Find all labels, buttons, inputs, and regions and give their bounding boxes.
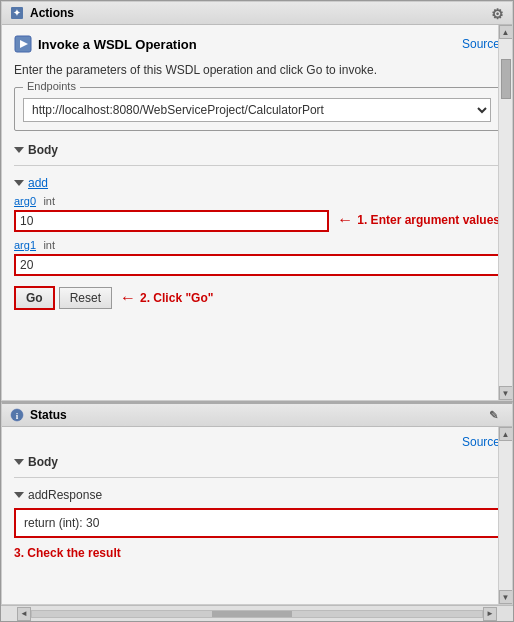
status-scroll-up-btn[interactable]: ▲ <box>499 427 513 441</box>
add-response-header: addResponse <box>14 488 500 502</box>
endpoint-select[interactable]: http://localhost:8080/WebServiceProject/… <box>23 98 491 122</box>
add-link[interactable]: add <box>28 176 48 190</box>
return-value-text: return (int): 30 <box>24 516 99 530</box>
body-divider <box>14 165 500 166</box>
buttons-row: Go Reset ← 2. Click "Go" <box>14 286 500 310</box>
svg-text:✦: ✦ <box>13 8 21 18</box>
body-label: Body <box>28 143 58 157</box>
status-info-icon: i <box>10 408 24 422</box>
gear-icon[interactable]: ⚙ <box>491 6 504 22</box>
status-body-header: Body <box>14 455 500 469</box>
status-panel-title: Status <box>30 408 67 422</box>
arg0-input[interactable]: 10 <box>14 210 329 232</box>
arg0-group: arg0 int 10 ← 1. Enter argument values <box>14 194 500 232</box>
status-scrollbar[interactable]: ▲ ▼ <box>498 427 512 604</box>
status-body-divider <box>14 477 500 478</box>
scroll-track <box>500 39 512 386</box>
arrow1-icon: ← <box>337 211 353 229</box>
invoke-title-text: Invoke a WSDL Operation <box>38 37 197 52</box>
status-scroll-down-btn[interactable]: ▼ <box>499 590 513 604</box>
arg0-type: int <box>43 195 55 207</box>
arrow2-icon: ← <box>120 289 136 307</box>
arg0-link[interactable]: arg0 <box>14 195 36 207</box>
add-response-box: return (int): 30 <box>14 508 500 538</box>
horizontal-scrollbar[interactable]: ◄ ► <box>1 605 513 621</box>
arg1-group: arg1 int 20 <box>14 238 500 276</box>
description-text: Enter the parameters of this WSDL operat… <box>14 63 500 77</box>
reset-button[interactable]: Reset <box>59 287 112 309</box>
scroll-down-btn[interactable]: ▼ <box>499 386 513 400</box>
status-body-collapse-icon[interactable] <box>14 459 24 465</box>
annotation3-text: 3. Check the result <box>14 546 121 560</box>
add-response-collapse-icon[interactable] <box>14 492 24 498</box>
annotation1-text: 1. Enter argument values <box>357 213 500 227</box>
status-source-link[interactable]: Source <box>462 435 500 449</box>
actions-panel-header: ✦ Actions ⚙ <box>2 2 512 25</box>
add-response-label: addResponse <box>28 488 102 502</box>
status-panel-header: i Status ✎ <box>2 404 512 427</box>
arg1-type: int <box>43 239 55 251</box>
invoke-title-row: Invoke a WSDL Operation Source <box>14 35 500 53</box>
actions-scrollbar[interactable]: ▲ ▼ <box>498 25 512 400</box>
endpoints-group: Endpoints http://localhost:8080/WebServi… <box>14 87 500 131</box>
scroll-left-btn[interactable]: ◄ <box>17 607 31 621</box>
actions-panel: ✦ Actions ⚙ Invoke a WSDL Operation Sour… <box>1 1 513 401</box>
arg1-label-row: arg1 int <box>14 238 500 252</box>
scroll-thumb[interactable] <box>501 59 511 99</box>
actions-source-link[interactable]: Source <box>462 37 500 51</box>
arg1-link[interactable]: arg1 <box>14 239 36 251</box>
status-scroll-track <box>500 441 512 590</box>
go-button[interactable]: Go <box>14 286 55 310</box>
wsdl-invoke-icon <box>14 35 32 53</box>
endpoints-legend: Endpoints <box>23 80 80 92</box>
add-collapse-icon[interactable] <box>14 180 24 186</box>
body-collapse-icon[interactable] <box>14 147 24 153</box>
actions-panel-title: Actions <box>30 6 74 20</box>
annotation2-text: 2. Click "Go" <box>140 291 213 305</box>
arg0-label-row: arg0 int <box>14 194 500 208</box>
arg1-input[interactable]: 20 <box>14 254 500 276</box>
edit-icon[interactable]: ✎ <box>489 409 498 422</box>
actions-icon: ✦ <box>10 6 24 20</box>
scroll-up-btn[interactable]: ▲ <box>499 25 513 39</box>
horizontal-thumb[interactable] <box>212 611 292 617</box>
add-subsection: add <box>14 176 500 190</box>
body-section-header: Body <box>14 143 500 157</box>
main-window: ✦ Actions ⚙ Invoke a WSDL Operation Sour… <box>0 0 514 622</box>
status-panel: i Status ✎ Source Body <box>1 401 513 605</box>
scroll-right-btn[interactable]: ► <box>483 607 497 621</box>
horizontal-track <box>31 610 483 618</box>
status-body-label: Body <box>28 455 58 469</box>
